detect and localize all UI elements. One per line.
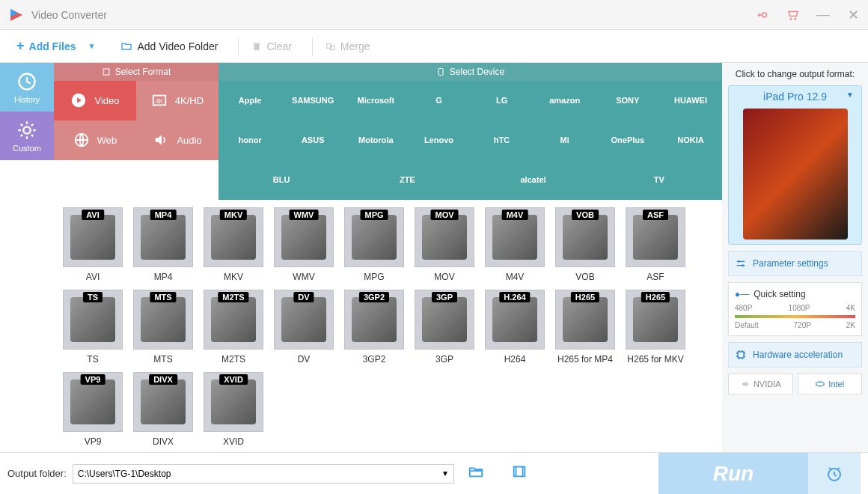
device-brand-huawei[interactable]: HUAWEI <box>659 81 722 121</box>
category-web[interactable]: Web <box>54 121 136 160</box>
format-3gp2[interactable]: 3GP23GP2 <box>343 290 406 365</box>
format-h265-for-mp4[interactable]: H265H265 for MP4 <box>554 290 617 365</box>
format-avi[interactable]: AVIAVI <box>61 207 124 282</box>
format-3gp[interactable]: 3GP3GP <box>413 290 476 365</box>
select-device-tab[interactable]: Select Device <box>218 63 722 81</box>
format-h265-for-mkv[interactable]: H265H265 for MKV <box>624 290 687 365</box>
format-label: MTS <box>153 354 172 365</box>
output-folder-input[interactable]: C:\Users\TG-1\Desktop ▼ <box>73 464 454 484</box>
format-thumb-icon <box>352 215 397 260</box>
clear-label: Clear <box>266 40 291 52</box>
add-files-button[interactable]: + Add Files ▼ <box>7 34 104 58</box>
device-brand-blu[interactable]: BLU <box>218 160 344 200</box>
device-brand-mi[interactable]: Mi <box>534 121 596 160</box>
parameter-settings-button[interactable]: Parameter settings <box>728 251 862 276</box>
minimize-button[interactable]: — <box>816 7 831 22</box>
device-brand-alcatel[interactable]: alcatel <box>471 160 596 200</box>
format-asf[interactable]: ASFASF <box>624 207 687 282</box>
select-format-tab[interactable]: Select Format <box>54 63 218 81</box>
device-brand-lg[interactable]: LG <box>471 81 534 121</box>
intel-chip[interactable]: Intel <box>798 373 863 394</box>
device-brand-microsoft[interactable]: Microsoft <box>344 81 407 121</box>
format-dv[interactable]: DVDV <box>272 290 335 365</box>
format-thumb-box: MKV <box>204 207 263 267</box>
history-button[interactable]: History <box>0 63 54 112</box>
run-button[interactable]: Run <box>658 453 808 495</box>
format-thumb-box: VOB <box>555 207 615 267</box>
format-label: TS <box>87 354 98 365</box>
device-brand-asus[interactable]: ASUS <box>281 121 344 160</box>
format-label: VOB <box>575 272 594 282</box>
format-thumb-icon <box>633 297 678 342</box>
format-badge: H265 <box>571 292 599 302</box>
format-vob[interactable]: VOBVOB <box>554 207 617 282</box>
add-files-label: Add Files <box>29 40 76 52</box>
format-mp4[interactable]: MP4MP4 <box>132 207 195 282</box>
category-4k-hd[interactable]: 4K 4K/HD <box>136 81 218 121</box>
device-brand-apple[interactable]: Apple <box>218 81 281 121</box>
format-xvid[interactable]: XVIDXVID <box>202 372 265 447</box>
device-brand-lenovo[interactable]: Lenovo <box>407 121 470 160</box>
nvidia-chip[interactable]: NVIDIA <box>728 373 793 394</box>
chevron-down-icon: ▼ <box>846 91 854 99</box>
custom-button[interactable]: Custom <box>0 112 54 160</box>
format-vp9[interactable]: VP9VP9 <box>61 372 124 447</box>
device-brand-tv[interactable]: TV <box>596 160 722 200</box>
format-badge: VP9 <box>81 374 106 385</box>
merge-button[interactable]: Merge <box>317 36 379 57</box>
device-brand-motorola[interactable]: Motorola <box>344 121 407 160</box>
separator <box>238 37 239 55</box>
format-thumb-box: 3GP2 <box>344 290 404 350</box>
format-label: H265 for MP4 <box>557 354 613 365</box>
device-brand-oneplus[interactable]: OnePlus <box>596 121 659 160</box>
device-brand-label: BLU <box>273 175 290 184</box>
format-wmv[interactable]: WMVWMV <box>272 207 335 282</box>
category-video[interactable]: Video <box>54 81 136 121</box>
format-mpg[interactable]: MPGMPG <box>343 207 406 282</box>
format-thumb-icon <box>70 379 115 424</box>
format-label: MKV <box>224 272 243 282</box>
format-thumb-box: AVI <box>63 207 123 267</box>
add-folder-button[interactable]: Add Video Folder <box>111 36 227 57</box>
schedule-button[interactable] <box>808 453 861 495</box>
device-brand-nokia[interactable]: NOKIA <box>659 121 722 160</box>
device-brand-amazon[interactable]: amazon <box>534 81 596 121</box>
format-thumb-box: H.264 <box>485 290 545 350</box>
hardware-accel-button[interactable]: Hardware acceleration <box>728 342 862 368</box>
close-button[interactable]: ✕ <box>846 7 861 22</box>
chip-icon <box>735 349 747 361</box>
film-button[interactable] <box>511 463 528 484</box>
format-ts[interactable]: TSTS <box>61 290 124 365</box>
device-brand-zte[interactable]: ZTE <box>344 160 470 200</box>
device-brand-htc[interactable]: hTC <box>471 121 534 160</box>
device-brand-g[interactable]: G <box>407 81 470 121</box>
hardware-accel-label: Hardware acceleration <box>753 350 843 360</box>
format-thumb-box: VP9 <box>63 372 123 432</box>
device-brand-honor[interactable]: honor <box>218 121 281 160</box>
quality-slider[interactable] <box>735 315 855 318</box>
open-folder-button[interactable] <box>468 463 484 484</box>
format-thumb-icon <box>141 379 186 424</box>
category-audio[interactable]: Audio <box>136 121 218 160</box>
category-4k-hd-label: 4K/HD <box>175 95 204 106</box>
format-thumb-icon <box>422 215 467 260</box>
select-format-label: Select Format <box>115 67 171 77</box>
clear-button[interactable]: Clear <box>242 36 300 57</box>
format-mov[interactable]: MOVMOV <box>413 207 476 282</box>
format-divx[interactable]: DIVXDIVX <box>132 372 195 447</box>
format-mkv[interactable]: MKVMKV <box>202 207 265 282</box>
format-m4v[interactable]: M4VM4V <box>483 207 546 282</box>
device-brand-samsung[interactable]: SAMSUNG <box>281 81 344 121</box>
device-brand-label: Lenovo <box>424 135 453 144</box>
format-label: MOV <box>434 272 454 282</box>
format-h264[interactable]: H.264H264 <box>483 290 546 365</box>
cart-icon[interactable] <box>786 7 801 22</box>
format-badge: MTS <box>150 292 176 302</box>
format-mts[interactable]: MTSMTS <box>132 290 195 365</box>
key-icon[interactable] <box>756 7 771 22</box>
format-m2ts[interactable]: M2TSM2TS <box>202 290 265 365</box>
device-brand-sony[interactable]: SONY <box>596 81 659 121</box>
output-preview[interactable]: iPad Pro 12.9 ▼ <box>728 85 862 245</box>
format-thumb-icon <box>352 297 397 342</box>
merge-icon <box>326 41 336 52</box>
